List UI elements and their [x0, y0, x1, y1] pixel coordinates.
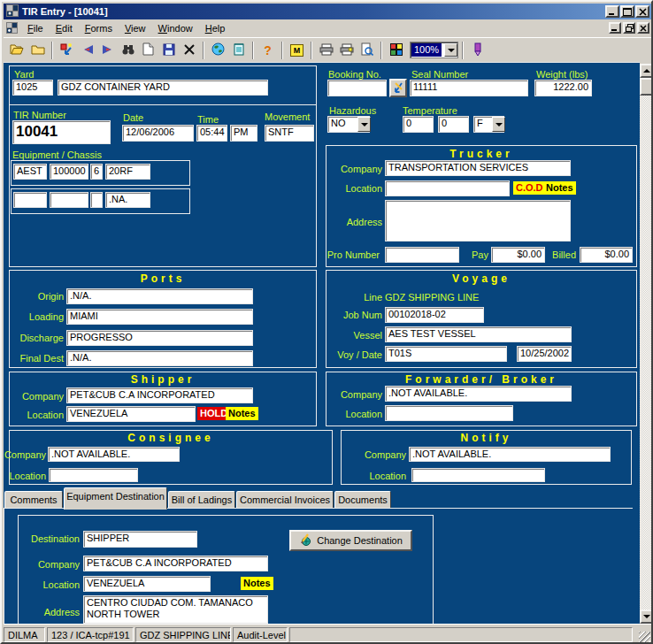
equipment-number-field[interactable]: 100000: [50, 164, 88, 180]
pay-field[interactable]: $0.00: [491, 247, 545, 263]
resize-grip[interactable]: [639, 632, 650, 643]
highlight-button[interactable]: [467, 41, 488, 60]
seal-number-field[interactable]: 11111: [410, 80, 528, 96]
temperature-field-1[interactable]: 0: [403, 116, 434, 133]
previous-button[interactable]: [77, 41, 97, 60]
tab-documents[interactable]: Documents: [334, 491, 391, 509]
menu-file[interactable]: File: [21, 20, 50, 36]
help-button[interactable]: ?: [257, 41, 278, 60]
destination-company-field[interactable]: PET&CUB C.A INCORPORATED: [83, 556, 268, 571]
date-field[interactable]: 12/06/2006: [122, 125, 194, 142]
zoom-dropdown-button[interactable]: [444, 43, 457, 57]
yard-name-field[interactable]: GDZ CONTAINER YARD: [58, 80, 268, 96]
tab-comments[interactable]: Comments: [4, 491, 63, 509]
print-setup-button[interactable]: [336, 41, 357, 60]
menu-edit[interactable]: Edit: [50, 20, 79, 36]
hazardous-label: Hazardous: [329, 105, 376, 116]
voyage-date-field[interactable]: 10/25/2002: [517, 346, 572, 362]
tab-equipment-destination[interactable]: Equipment Destination: [64, 487, 167, 510]
web-button[interactable]: [208, 41, 228, 60]
booking-browse-button[interactable]: [389, 79, 407, 97]
voyage-field[interactable]: T01S: [385, 346, 507, 362]
tir-number-field[interactable]: 10041: [12, 120, 111, 144]
notepad-button[interactable]: [228, 41, 249, 60]
chassis-type-field[interactable]: .NA.: [105, 192, 150, 208]
trucker-company-field[interactable]: TRANSPORTATION SERVICES: [385, 160, 571, 176]
destination-notes-badge[interactable]: Notes: [241, 577, 273, 590]
job-num-field[interactable]: 00102018-02: [385, 307, 484, 323]
notify-company-field[interactable]: .NOT AVAILABLE.: [409, 447, 611, 462]
status-bar: DILMA 123 / ICA-tcp#191 GDZ SHIPPING LIN…: [4, 624, 651, 644]
tab-commercial-invoices[interactable]: Commercial Invoices: [236, 491, 334, 509]
tab-bill-of-ladings[interactable]: Bill of Ladings: [168, 491, 235, 509]
equipment-check-field[interactable]: 6: [90, 164, 103, 180]
find-button[interactable]: [118, 41, 138, 60]
menu-help[interactable]: Help: [199, 20, 232, 36]
forwarder-location-field[interactable]: [385, 405, 513, 421]
new-button[interactable]: [138, 41, 158, 60]
new-document-icon: [142, 42, 154, 58]
consignee-company-field[interactable]: .NOT AVAILABLE.: [48, 447, 180, 462]
save-button[interactable]: [158, 41, 179, 60]
consignee-location-field[interactable]: [49, 468, 138, 482]
origin-field[interactable]: .N/A.: [66, 288, 253, 304]
billed-field[interactable]: $0.00: [580, 247, 633, 263]
pro-number-field[interactable]: [385, 247, 459, 263]
print-button[interactable]: [316, 41, 336, 60]
chevron-down-icon: [448, 49, 455, 56]
destination-field[interactable]: SHIPPER: [83, 531, 197, 548]
temperature-field-2[interactable]: 0: [438, 116, 469, 133]
discharge-field[interactable]: PROGRESSO: [66, 330, 253, 346]
menu-window[interactable]: Window: [152, 20, 199, 36]
mdi-close-button[interactable]: [637, 22, 649, 34]
equipment-type-field[interactable]: 20RF: [105, 164, 150, 180]
shipper-company-field[interactable]: PET&CUB C.A INCORPORATED: [66, 387, 253, 403]
scroll-down-button[interactable]: [640, 610, 653, 624]
next-button[interactable]: [97, 41, 118, 60]
trucker-notes-badge[interactable]: Notes: [543, 181, 576, 195]
booking-field[interactable]: [327, 80, 387, 96]
notify-location-field[interactable]: [411, 468, 545, 482]
change-destination-icon: [299, 533, 312, 548]
destination-location-field[interactable]: VENEZUELA: [83, 576, 211, 592]
change-destination-button[interactable]: Change Destination: [289, 530, 412, 551]
ampm-field[interactable]: PM: [230, 125, 257, 142]
print-preview-button[interactable]: [357, 41, 377, 60]
chassis-prefix-field[interactable]: [13, 192, 47, 208]
weight-field[interactable]: 1222.00: [534, 80, 592, 96]
message-button[interactable]: M: [287, 41, 307, 60]
folder-button[interactable]: [27, 41, 48, 60]
final-dest-field[interactable]: .N/A.: [66, 350, 253, 366]
shipper-notes-badge[interactable]: Notes: [226, 407, 258, 420]
maximize-button[interactable]: [620, 5, 634, 18]
scrollbar-thumb[interactable]: [640, 78, 653, 96]
transfer-button[interactable]: [57, 41, 77, 60]
hazardous-dropdown-button[interactable]: [357, 117, 371, 132]
shipper-location-field[interactable]: VENEZUELA: [66, 406, 196, 422]
colors-button[interactable]: [386, 41, 406, 60]
menu-view[interactable]: View: [119, 20, 152, 36]
equipment-prefix-field[interactable]: AEST: [13, 164, 47, 180]
close-button[interactable]: [635, 5, 649, 18]
open-button[interactable]: [7, 41, 27, 60]
delete-button[interactable]: [179, 41, 199, 60]
yard-code-field[interactable]: 1025: [12, 80, 53, 96]
loading-field[interactable]: MIAMI: [66, 309, 253, 325]
scroll-up-button[interactable]: [640, 64, 653, 78]
trucker-location-field[interactable]: [385, 180, 510, 196]
chassis-check-field[interactable]: [90, 192, 103, 208]
minimize-button[interactable]: [605, 5, 619, 18]
menu-forms[interactable]: Forms: [79, 20, 119, 36]
mdi-restore-button[interactable]: [623, 22, 635, 34]
vertical-scrollbar[interactable]: [640, 64, 653, 624]
destination-address-field[interactable]: CENTRO CIUDAD COM. TAMANACO NORTH TOWER: [83, 595, 268, 624]
trucker-address-field[interactable]: [385, 200, 571, 242]
temperature-unit-dropdown-button[interactable]: [492, 117, 505, 132]
forwarder-company-field[interactable]: .NOT AVAILABLE.: [385, 386, 572, 402]
time-field[interactable]: 05:44: [196, 125, 227, 142]
mdi-minimize-button[interactable]: [609, 22, 621, 34]
zoom-combo[interactable]: 100%: [410, 42, 458, 58]
movement-field[interactable]: SNTF: [265, 125, 314, 142]
chassis-number-field[interactable]: [50, 192, 88, 208]
vessel-field[interactable]: AES TEST VESSEL: [385, 326, 572, 342]
